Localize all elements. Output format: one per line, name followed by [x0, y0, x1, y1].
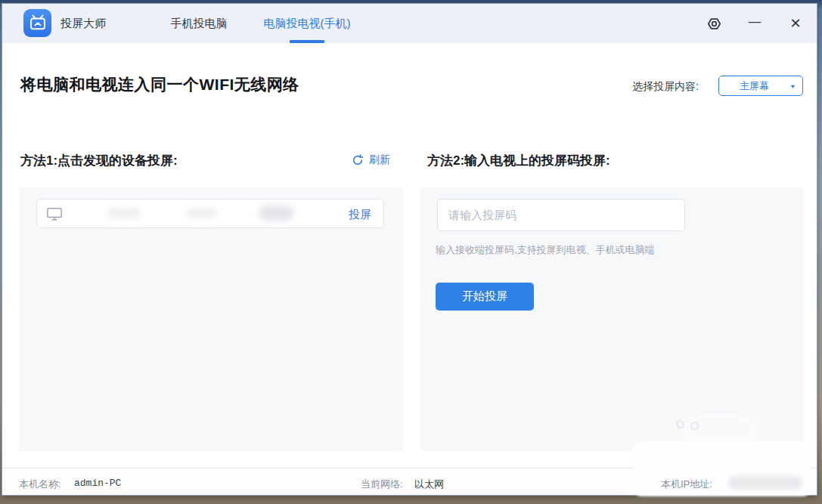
- start-cast-button[interactable]: 开始投屏: [436, 283, 534, 311]
- titlebar: 投屏大师 手机投电脑 电脑投电视(手机) — ✕: [2, 4, 817, 43]
- ip-address-censored: [727, 476, 803, 490]
- active-tab-underline: [290, 40, 324, 43]
- window-controls: — ✕: [703, 4, 806, 43]
- host-name-value: admin-PC: [74, 478, 121, 489]
- app-window: 投屏大师 手机投电脑 电脑投电视(手机) — ✕ 将电脑和电视连入同一个WIFI…: [2, 3, 817, 496]
- gear-icon: [706, 16, 722, 32]
- minimize-icon: —: [749, 16, 761, 28]
- network-value: 以太网: [414, 478, 444, 491]
- blur-artifact: [676, 420, 684, 428]
- cast-content-selected-value: 主屏幕: [719, 79, 789, 93]
- host-name-label: 本机名称:: [19, 478, 61, 491]
- blur-artifact: [690, 422, 699, 430]
- settings-button[interactable]: [703, 13, 724, 34]
- refresh-button[interactable]: 刷新: [352, 153, 390, 167]
- chevron-down-icon: ▼: [789, 82, 796, 89]
- page-title: 将电脑和电视连入同一个WIFI无线网络: [20, 74, 299, 95]
- minimize-button[interactable]: —: [744, 13, 765, 34]
- refresh-icon: [352, 154, 364, 166]
- cast-device-button[interactable]: 投屏: [349, 199, 371, 229]
- cast-code-input[interactable]: [437, 199, 685, 231]
- close-button[interactable]: ✕: [785, 13, 806, 34]
- ip-address-label: 本机IP地址:: [661, 478, 712, 491]
- cast-content-select[interactable]: 主屏幕 ▼: [718, 76, 803, 96]
- device-name-censored: [66, 200, 361, 227]
- method1-heading: 方法1:点击发现的设备投屏:: [20, 152, 178, 169]
- method2-heading: 方法2:输入电视上的投屏码投屏:: [427, 152, 610, 169]
- app-title: 投屏大师: [60, 4, 106, 43]
- app-logo-icon: [23, 9, 51, 37]
- monitor-icon: [46, 206, 63, 221]
- network-label: 当前网络:: [361, 478, 403, 491]
- refresh-label: 刷新: [369, 153, 390, 167]
- tab-phone-to-pc[interactable]: 手机投电脑: [160, 4, 238, 43]
- tab-pc-to-tv[interactable]: 电脑投电视(手机): [253, 4, 361, 43]
- cast-code-helper-text: 输入接收端投屏码,支持投屏到电视、手机或电脑端: [436, 243, 655, 257]
- discovered-device-row[interactable]: 投屏: [36, 199, 384, 228]
- close-icon: ✕: [789, 17, 801, 30]
- cast-content-label: 选择投屏内容:: [632, 80, 699, 94]
